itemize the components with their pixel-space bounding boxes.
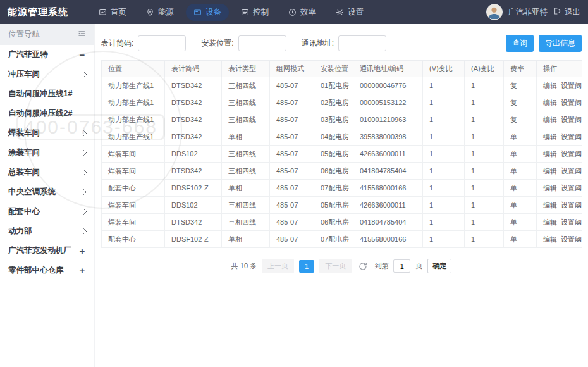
table-cell: 单相 (222, 128, 270, 146)
table-cell: 415568000166 (353, 180, 423, 197)
edit-link[interactable]: 编辑 (543, 99, 557, 106)
expand-plus-icon[interactable]: + (78, 266, 86, 275)
table-cell: 三相四线 (222, 214, 270, 231)
sidebar-item[interactable]: 冲压车间 (0, 65, 94, 84)
table-cell: 三相四线 (222, 94, 270, 111)
set-threshold-link[interactable]: 设置阈值 (561, 133, 582, 140)
control-panel-icon (241, 8, 249, 16)
edit-link[interactable]: 编辑 (543, 201, 557, 209)
table-cell: 单 (504, 146, 537, 163)
sidebar-item-label: 中央空调系统 (8, 187, 56, 197)
sidebar-item-label: 广汽菲亚特 (8, 49, 48, 60)
edit-link[interactable]: 编辑 (543, 133, 557, 140)
sidebar-item[interactable]: 中央空调系统 (0, 182, 94, 202)
table-cell: 复 (504, 111, 537, 128)
table-cell: DDS102 (165, 197, 222, 214)
table-cell: 485-07 (270, 180, 314, 197)
chevron-right-icon[interactable] (81, 72, 87, 78)
edit-link[interactable]: 编辑 (543, 235, 557, 243)
table-row: 配套中心DDSF102-Z单相485-0707配电房41556800016611… (102, 180, 582, 197)
chevron-right-icon[interactable] (81, 150, 87, 156)
sidebar-item[interactable]: 涂装车间 (0, 143, 94, 163)
logout-button[interactable]: 退出 (553, 7, 580, 18)
table-cell: 1 (465, 146, 504, 163)
next-page-button[interactable]: 下一页 (319, 259, 352, 273)
sidebar-item[interactable]: 焊装车间 (0, 123, 94, 143)
comm-address-input[interactable] (338, 35, 386, 51)
table-actions-cell: 编辑设置阈值 (537, 231, 582, 248)
collapse-minus-icon[interactable]: − (78, 50, 86, 59)
nav-item-settings[interactable]: 设置 (328, 4, 371, 21)
query-button[interactable]: 查询 (506, 35, 534, 52)
sidebar-item[interactable]: 自动伺服冲压线1# (0, 84, 94, 104)
sidebar-item[interactable]: 动力部 (0, 221, 94, 241)
chevron-right-icon[interactable] (81, 189, 87, 196)
set-threshold-link[interactable]: 设置阈值 (561, 201, 582, 209)
sidebar-item[interactable]: 广汽菲克发动机厂+ (0, 241, 94, 261)
table-cell: 415568000166 (353, 231, 423, 248)
set-threshold-link[interactable]: 设置阈值 (561, 218, 582, 226)
table-cell: 三相四线 (222, 77, 270, 94)
table-cell: 1 (423, 128, 465, 146)
nav-item-control[interactable]: 控制 (233, 4, 276, 21)
set-threshold-link[interactable]: 设置阈值 (561, 184, 582, 192)
table-row: 动力部生产线1DTSD342三相四线485-0701配电房00000004677… (102, 77, 582, 94)
set-threshold-link[interactable]: 设置阈值 (561, 99, 582, 106)
toolbar-buttons: 查询 导出信息 (506, 35, 582, 52)
edit-link[interactable]: 编辑 (543, 82, 557, 89)
app-title: 能源管理系统 (8, 6, 91, 18)
table-column-header: (A)变比 (465, 61, 504, 77)
table-cell: 1 (423, 214, 465, 231)
page-number-button[interactable]: 1 (299, 260, 314, 273)
meter-code-input[interactable] (138, 35, 186, 51)
chevron-right-icon[interactable] (81, 209, 87, 215)
sidebar-item[interactable]: 自动伺服冲压线2# (0, 104, 94, 123)
table-row: 动力部生产线1DTSD342单相485-0704配电房3958380003981… (102, 128, 582, 146)
set-threshold-link[interactable]: 设置阈值 (561, 116, 582, 123)
install-location-input[interactable] (238, 35, 286, 51)
sidebar-item[interactable]: 零件部中心仓库+ (0, 261, 94, 280)
set-threshold-link[interactable]: 设置阈值 (561, 167, 582, 175)
user-avatar[interactable] (486, 4, 503, 20)
prev-page-button[interactable]: 上一页 (262, 259, 294, 273)
table-row: 焊装车间DDS102三相四线485-0705配电房42663600001111单… (102, 146, 582, 163)
chevron-right-icon[interactable] (81, 170, 87, 176)
nav-item-efficiency[interactable]: 效率 (281, 4, 324, 21)
export-button[interactable]: 导出信息 (539, 35, 582, 52)
sidebar-item[interactable]: 广汽菲亚特− (0, 45, 94, 65)
table-cell: 单 (504, 197, 537, 214)
nav-item-home[interactable]: 首页 (91, 4, 134, 21)
table-cell: 1 (465, 94, 504, 111)
edit-link[interactable]: 编辑 (543, 150, 557, 158)
nav-item-devices[interactable]: 设备 (186, 4, 229, 21)
table-cell: 000000046776 (353, 77, 423, 94)
set-threshold-link[interactable]: 设置阈值 (561, 82, 582, 89)
set-threshold-link[interactable]: 设置阈值 (561, 150, 582, 158)
table-cell: 02配电房 (314, 94, 353, 111)
nav-item-energy[interactable]: 能源 (138, 4, 181, 21)
table-cell: DTSD342 (165, 128, 222, 146)
table-cell: 04配电房 (314, 128, 353, 146)
table-cell: 单 (504, 163, 537, 180)
collapse-nav-icon[interactable] (77, 29, 86, 40)
goto-confirm-button[interactable]: 确定 (427, 259, 451, 273)
chevron-right-icon[interactable] (81, 130, 87, 137)
set-threshold-link[interactable]: 设置阈值 (561, 235, 582, 243)
goto-prefix: 到第 (374, 261, 388, 271)
edit-link[interactable]: 编辑 (543, 167, 557, 175)
sidebar-item[interactable]: 配套中心 (0, 202, 94, 221)
table-cell: 焊装车间 (102, 197, 165, 214)
table-cell: 单 (504, 128, 537, 146)
edit-link[interactable]: 编辑 (543, 218, 557, 226)
nav-item-label: 能源 (158, 7, 174, 18)
edit-link[interactable]: 编辑 (543, 184, 557, 192)
table-cell: 07配电房 (314, 231, 353, 248)
sidebar-item[interactable]: 总装车间 (0, 163, 94, 182)
edit-link[interactable]: 编辑 (543, 116, 557, 123)
goto-page-input[interactable] (393, 259, 410, 273)
refresh-icon[interactable] (358, 262, 367, 271)
goto-suffix: 页 (415, 261, 422, 271)
chevron-right-icon[interactable] (81, 228, 87, 235)
expand-plus-icon[interactable]: + (78, 246, 86, 256)
table-body: 动力部生产线1DTSD342三相四线485-0701配电房00000004677… (102, 77, 582, 248)
